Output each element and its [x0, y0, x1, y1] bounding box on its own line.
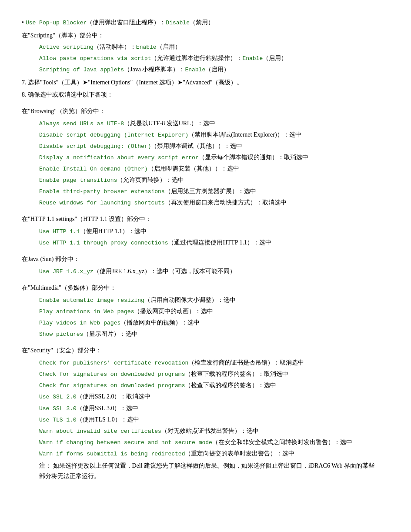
scripting-item-2-en: Allow paste operations via script	[39, 55, 151, 62]
popup-blocker-text: Use Pop-up Blocker（使用弹出窗口阻止程序）：Disable（禁…	[26, 17, 214, 28]
scripting-item-1: Active scripting（活动脚本）：Enable（启用）	[22, 42, 389, 52]
browsing-item-5: Enable Install On demand (Other)（启用即需安装（…	[22, 164, 389, 174]
step-7-text: 7. 选择"Tools"（工具）➤"Internet Options"（Inte…	[22, 79, 243, 86]
popup-blocker-zh-paren: （使用弹出窗口阻止程序）	[87, 19, 160, 26]
multimedia-item-4: Show pictures（显示图片）：选中	[22, 329, 389, 339]
scripting-item-2: Allow paste operations via script（允许通过脚本…	[22, 53, 389, 64]
bullet-dot: •	[22, 17, 24, 28]
browsing-intro-text: 在"Browsing"（浏览）部分中：	[22, 108, 105, 114]
scripting-item-3-sep: ：	[179, 66, 185, 73]
popup-blocker-en: Use Pop-up Blocker	[26, 20, 87, 26]
bullet-popup-blocker: • Use Pop-up Blocker（使用弹出窗口阻止程序）：Disable…	[22, 17, 389, 28]
scripting-item-2-value-en: Enable	[242, 55, 263, 62]
browsing-item-2: Disable script debugging (Internet Explo…	[22, 130, 389, 140]
scripting-item-2-value-zh: （启用）	[263, 55, 287, 61]
browsing-item-1: Always send URLs as UTF-8（总是以UTF-8 发送URL…	[22, 118, 389, 129]
scripting-item-3-zh: （Java 小程序脚本）	[124, 66, 179, 73]
multimedia-intro: 在"Multimedia"（多媒体）部分中：	[22, 283, 389, 293]
browsing-item-4: Display a notification about every scrip…	[22, 152, 389, 163]
http-intro-text: 在"HTTP 1.1 settings"（HTTP 1.1 设置）部分中：	[22, 216, 151, 222]
step-8-text: 8. 确保选中或取消选中以下各项：	[22, 91, 113, 98]
browsing-item-7: Enable third-party browser extensions（启用…	[22, 186, 389, 197]
scripting-item-3-value-en: Enable	[185, 67, 205, 73]
security-item-8: Warn if changing between secure and not …	[22, 437, 378, 448]
security-item-7: Warn about invalid site certificates（对无效…	[22, 426, 389, 436]
scripting-item-1-zh: （活动脚本）	[94, 43, 130, 50]
security-item-4: Use SSL 2.0（使用SSL 2.0）：取消选中	[22, 391, 389, 402]
scripting-intro-text: 在"Scripting"（脚本）部分中：	[22, 32, 104, 39]
http-intro: 在"HTTP 1.1 settings"（HTTP 1.1 设置）部分中：	[22, 214, 389, 224]
browsing-intro: 在"Browsing"（浏览）部分中：	[22, 106, 389, 117]
security-item-2: Check for signatures on downloaded progr…	[22, 369, 389, 379]
popup-blocker-value-zh: （禁用）	[190, 19, 214, 26]
step-8: 8. 确保选中或取消选中以下各项：	[22, 90, 389, 100]
browsing-item-8: Reuse windows for launching shortcuts（再次…	[22, 197, 389, 208]
scripting-item-3-en: Scripting of Java applets	[39, 67, 124, 73]
scripting-item-1-en: Active scripting	[39, 44, 94, 50]
note-block: 注： 如果选择更改以上任何设置，Dell 建议您先了解这样做的后果。例如，如果选…	[22, 461, 378, 482]
scripting-item-2-sep: ：	[236, 55, 242, 61]
http-item-1: Use HTTP 1.1（使用HTTP 1.1）：选中	[22, 226, 389, 237]
multimedia-intro-text: 在"Multimedia"（多媒体）部分中：	[22, 284, 116, 291]
popup-blocker-sep: ：	[160, 19, 166, 26]
scripting-intro: 在"Scripting"（脚本）部分中：	[22, 30, 389, 41]
browsing-item-6: Enable page transitions（允许页面转换）：选中	[22, 175, 389, 185]
scripting-item-1-value-zh: （启用）	[157, 43, 181, 50]
java-item-1: Use JRE 1.6.x_yz（使用JRE 1.6.x_yz）：选中（可选，版…	[22, 266, 389, 277]
multimedia-item-2: Play animations in Web pages（播放网页中的动画）：选…	[22, 306, 389, 317]
security-item-1: Check for publishers' certificate revoca…	[22, 358, 389, 368]
scripting-item-2-zh: （允许通过脚本进行粘贴操作）	[151, 55, 236, 61]
scripting-item-3-value-zh: （启用）	[205, 66, 230, 73]
security-item-3: Check for signatures on downloaded progr…	[22, 380, 389, 391]
scripting-item-1-value-en: Enable	[136, 44, 157, 50]
http-item-2: Use HTTP 1.1 through proxy connections（通…	[22, 238, 389, 248]
browsing-item-3: Disable script debugging: (Other)（禁用脚本调试…	[22, 141, 389, 151]
security-intro: 在"Security"（安全）部分中：	[22, 345, 389, 356]
security-intro-text: 在"Security"（安全）部分中：	[22, 347, 102, 354]
note-label: 注：	[39, 462, 51, 469]
security-item-9: Warn if forms submittal is being redirec…	[22, 448, 389, 459]
multimedia-item-3: Play videos in Web pages（播放网页中的视频）：选中	[22, 318, 389, 328]
security-item-6: Use TLS 1.0（使用TLS 1.0）：选中	[22, 415, 389, 425]
scripting-item-3: Scripting of Java applets（Java 小程序脚本）：En…	[22, 64, 389, 75]
popup-blocker-value-en: Disable	[166, 20, 190, 26]
step-7: 7. 选择"Tools"（工具）➤"Internet Options"（Inte…	[22, 77, 389, 88]
security-item-5: Use SSL 3.0（使用SSL 3.0）：选中	[22, 403, 389, 414]
java-intro: 在Java (Sun) 部分中：	[22, 254, 389, 264]
note-text: 如果选择更改以上任何设置，Dell 建议您先了解这样做的后果。例如，如果选择阻止…	[39, 462, 374, 479]
multimedia-item-1: Enable automatic image resizing（启用自动图像大小…	[22, 295, 389, 305]
java-intro-text: 在Java (Sun) 部分中：	[22, 256, 80, 262]
main-content: • Use Pop-up Blocker（使用弹出窗口阻止程序）：Disable…	[22, 17, 389, 482]
scripting-item-1-sep: ：	[130, 43, 136, 50]
